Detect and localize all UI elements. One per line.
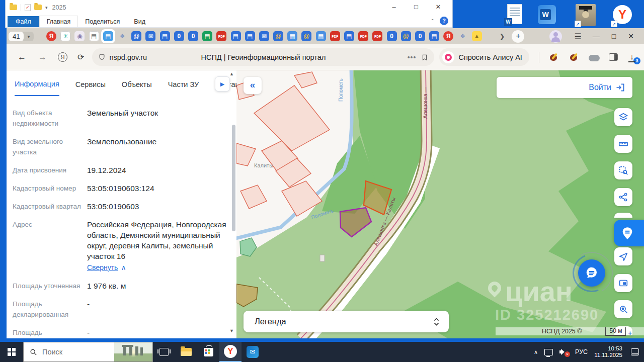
ribbon-tab-поделиться[interactable]: Поделиться [78,16,127,27]
panel-tab-части зу[interactable]: Части ЗУ [168,72,199,96]
volume-muted-icon[interactable]: ✕ [559,348,569,355]
desktop-icon-word-document[interactable]: W [503,4,526,27]
bookmark-icon[interactable] [421,53,428,61]
minimize-button[interactable]: – [383,1,405,13]
language-indicator[interactable]: РУС [575,348,588,355]
back-icon[interactable]: ← [18,52,26,62]
search-object-button[interactable] [614,300,632,318]
mail-tab[interactable]: ✉ [257,28,271,44]
maximize-button[interactable]: □ [405,1,427,13]
hidden-icons-chevron[interactable]: ∧ [534,349,538,355]
close-button[interactable]: ✕ [427,1,449,13]
collapse-ribbon-icon[interactable]: ⌃ [431,18,435,24]
ruler-button[interactable] [614,135,632,153]
mail-tab[interactable]: ✉ [143,28,157,44]
desktop-icon-yandex-browser[interactable]: Y ➚ [610,4,633,27]
ribbon-tab-главная[interactable]: Главная [39,16,78,27]
more-icon[interactable]: ••• [408,53,417,61]
folder-icon[interactable] [34,5,42,10]
mail-at-tab[interactable]: @ [299,28,313,44]
doc-tab[interactable]: ▤ [342,28,356,44]
yandex-tab[interactable]: Я [441,28,455,44]
layers-button[interactable] [614,108,632,126]
reload-icon[interactable]: ⟳ [77,52,84,62]
zero-tab[interactable]: 0 [385,28,399,44]
more-tabs-button[interactable]: ▶ [215,76,230,92]
start-button[interactable] [0,342,23,362]
tab-counter[interactable]: 41 ▾ [9,32,34,41]
scroll-up-icon[interactable]: ▲ [229,71,234,76]
customize-toolbar-icon[interactable]: ▾ [45,5,47,10]
map-canvas[interactable]: Калиты Полометь Полометь Алешонка — Кали… [236,70,644,338]
minimize-button[interactable]: — [593,32,600,40]
pdf-tab[interactable]: PDF [214,28,228,44]
new-tab-button[interactable]: + [512,30,524,43]
doc-green-tab[interactable]: ▤ [200,28,214,44]
panel-tab-объекты[interactable]: Объекты [122,72,152,96]
close-button[interactable]: ✕ [628,32,634,40]
browser-menu-icon[interactable]: ☰ [574,32,581,41]
doc-tab[interactable]: ▤ [427,28,441,44]
outlook-taskbar-button[interactable]: ✉ [242,342,264,362]
clock[interactable]: 10:53 11.11.2025 [594,345,622,358]
ribbon-tab-файл[interactable]: Файл [8,16,39,27]
folder-icon[interactable] [10,5,17,10]
legend-toggle[interactable]: Легенда [244,311,449,332]
area-search-button[interactable] [614,161,632,179]
task-view-button[interactable] [153,342,175,362]
mail-at-tab[interactable]: @ [129,28,143,44]
pdf-tab[interactable]: PDF [370,28,384,44]
mail-at-tab[interactable]: @ [271,28,285,44]
pdf-tab[interactable]: PDF [328,28,342,44]
chat-button[interactable] [578,259,605,287]
search-highlight-image[interactable] [114,342,152,361]
gov-emblem-tab[interactable]: ❖ [115,28,129,44]
help-icon[interactable]: ? [440,17,448,25]
scrollbar-thumb[interactable] [232,125,235,231]
tool-button-partial[interactable] [614,213,632,218]
collapse-panel-button[interactable]: « [244,77,262,94]
desktop-icon-picture[interactable]: ➚ [574,4,597,27]
ribbon-tab-вид[interactable]: Вид [127,16,152,27]
pdf-tab[interactable]: PDF [356,28,370,44]
panel-tab-сервисы[interactable]: Сервисы [75,72,106,96]
microsoft-store-button[interactable] [197,342,219,362]
extension-icon[interactable] [569,52,580,63]
scroll-tabs-right-icon[interactable]: ❯ [500,33,505,40]
checklist-icon[interactable]: ✓ [25,4,31,11]
file-explorer-button[interactable] [175,342,197,362]
collapse-address-link[interactable]: Свернуть∧ [87,262,126,273]
panel-tab[interactable]: ▦ [285,28,299,44]
minimap-button[interactable] [614,274,632,292]
zero-tab[interactable]: 0 [186,28,200,44]
incognito-extension-icon[interactable] [589,55,600,61]
doc-tab[interactable]: ▤ [243,28,257,44]
url-field[interactable]: nspd.gov.ru НСПД | Геоинформационный пор… [92,48,434,66]
ask-alice-button[interactable]: Спросить Алису AI [439,48,529,66]
desktop-icon-word-app[interactable]: W [535,4,558,27]
yandex-tab[interactable]: Я [44,28,58,44]
nspd-tab-active[interactable]: ▤ [101,28,115,44]
yandex-browser-taskbar-button[interactable]: Y [219,342,242,362]
search-input[interactable] [42,348,98,356]
locate-button[interactable] [614,247,632,265]
yandex-home-icon[interactable]: Я [58,52,67,62]
network-icon[interactable] [544,349,553,355]
mail-at-tab[interactable]: @ [399,28,413,44]
profile-tab[interactable]: ◉ [72,28,87,44]
zero-tab[interactable]: 0 [172,28,186,44]
gov-emblem-tab[interactable]: ❖ [455,28,469,44]
doc-tab[interactable]: ▤ [158,28,172,44]
side-panel-icon[interactable] [609,53,618,61]
taskbar-search[interactable] [23,342,153,362]
image-tab[interactable]: ▲ [470,28,484,44]
extension-icon[interactable] [548,52,559,63]
login-bar[interactable]: Войти [497,77,632,98]
panel-tab-информация[interactable]: Информация [15,72,59,96]
profile-avatar[interactable] [549,30,562,43]
panel-tab[interactable]: ▦ [314,28,328,44]
scroll-down-icon[interactable]: ▼ [229,328,234,333]
object-card-button[interactable] [614,220,644,246]
downloads-icon[interactable]: ↓3 [627,52,637,62]
action-center-icon[interactable] [631,348,639,355]
